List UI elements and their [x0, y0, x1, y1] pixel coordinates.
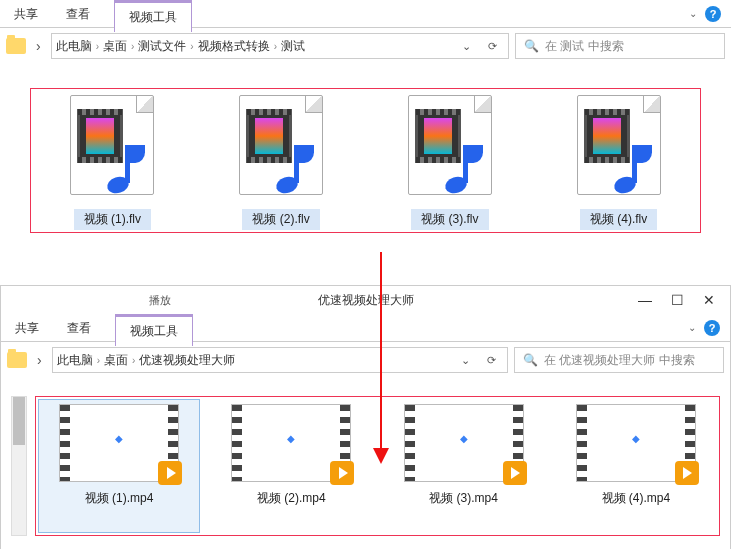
- chevron-right-icon: ›: [130, 355, 137, 366]
- search-placeholder: 在 优速视频处理大师 中搜索: [544, 352, 695, 369]
- tab-video-tools[interactable]: 视频工具: [114, 2, 192, 32]
- help-icon[interactable]: ?: [704, 320, 720, 336]
- folder-icon[interactable]: [7, 352, 27, 368]
- mp4-file-icon: ◆: [59, 404, 179, 482]
- window-title: 优速视频处理大师: [318, 292, 414, 309]
- file-panel: ◆ 视频 (1).mp4 ◆ 视频 (2).mp4 ◆ 视频 (3).mp4: [1, 378, 730, 549]
- crumb[interactable]: 视频格式转换: [198, 38, 270, 55]
- crumb[interactable]: 桌面: [104, 352, 128, 369]
- file-label: 视频 (2).flv: [242, 209, 319, 230]
- file-selection: ◆ 视频 (1).mp4 ◆ 视频 (2).mp4 ◆ 视频 (3).mp4: [35, 396, 720, 536]
- breadcrumb: 此电脑› 桌面› 优速视频处理大师: [57, 352, 453, 369]
- tab-view[interactable]: 查看: [53, 314, 105, 341]
- window-controls: — ☐ ✕: [638, 293, 730, 307]
- contextual-tab-label: 播放: [141, 291, 179, 310]
- file-item[interactable]: ◆ 视频 (1).mp4: [38, 399, 200, 533]
- close-button[interactable]: ✕: [702, 293, 716, 307]
- file-item[interactable]: 视频 (2).flv: [202, 95, 361, 230]
- file-label: 视频 (3).mp4: [429, 490, 498, 507]
- scrollbar[interactable]: [11, 396, 27, 536]
- crumb[interactable]: 此电脑: [56, 38, 92, 55]
- refresh-icon[interactable]: ⟳: [480, 35, 504, 57]
- search-placeholder: 在 测试 中搜索: [545, 38, 624, 55]
- file-item[interactable]: ◆ 视频 (4).mp4: [555, 399, 717, 533]
- tab-video-tools[interactable]: 视频工具: [115, 316, 193, 346]
- flv-file-icon: [67, 95, 157, 201]
- navigation-bar: › 此电脑› 桌面› 测试文件› 视频格式转换› 测试 ⌄ ⟳ 🔍 在 测试 中…: [0, 28, 731, 64]
- file-item[interactable]: ◆ 视频 (2).mp4: [210, 399, 372, 533]
- play-icon: [330, 461, 354, 485]
- address-bar[interactable]: 此电脑› 桌面› 优速视频处理大师 ⌄ ⟳: [52, 347, 508, 373]
- chevron-right-icon: ›: [95, 355, 102, 366]
- ribbon-tabs: 共享 查看 视频工具 ⌄ ?: [0, 0, 731, 28]
- address-buttons: ⌄ ⟳: [453, 349, 503, 371]
- minimize-button[interactable]: —: [638, 293, 652, 307]
- flv-file-icon: [405, 95, 495, 201]
- chevron-right-icon: ›: [188, 41, 195, 52]
- file-item[interactable]: 视频 (4).flv: [539, 95, 698, 230]
- scrollbar-thumb[interactable]: [13, 397, 25, 445]
- file-label: 视频 (4).flv: [580, 209, 657, 230]
- file-label: 视频 (3).flv: [411, 209, 488, 230]
- expand-ribbon-chevron-icon[interactable]: ⌄: [688, 322, 696, 333]
- contextual-tab-group: 视频工具: [114, 0, 192, 27]
- address-buttons: ⌄ ⟳: [454, 35, 504, 57]
- contextual-tab-group: 视频工具: [115, 314, 193, 341]
- ribbon-controls: ⌄ ?: [689, 0, 731, 27]
- file-item[interactable]: 视频 (1).flv: [33, 95, 192, 230]
- play-icon: [675, 461, 699, 485]
- up-icon[interactable]: ›: [32, 38, 45, 54]
- search-input[interactable]: 🔍 在 测试 中搜索: [515, 33, 725, 59]
- crumb[interactable]: 此电脑: [57, 352, 93, 369]
- tab-share[interactable]: 共享: [0, 0, 52, 27]
- folder-icon[interactable]: [6, 38, 26, 54]
- file-item[interactable]: 视频 (3).flv: [371, 95, 530, 230]
- file-label: 视频 (4).mp4: [602, 490, 671, 507]
- mp4-file-icon: ◆: [576, 404, 696, 482]
- chevron-right-icon: ›: [129, 41, 136, 52]
- breadcrumb: 此电脑› 桌面› 测试文件› 视频格式转换› 测试: [56, 38, 454, 55]
- search-icon: 🔍: [523, 353, 538, 367]
- dropdown-history-icon[interactable]: ⌄: [453, 349, 477, 371]
- file-label: 视频 (2).mp4: [257, 490, 326, 507]
- play-icon: [158, 461, 182, 485]
- explorer-window-bottom: 播放 优速视频处理大师 — ☐ ✕ 共享 查看 视频工具 ⌄ ? › 此电脑› …: [0, 285, 731, 549]
- ribbon-tabs: 共享 查看 视频工具 ⌄ ?: [1, 314, 730, 342]
- file-label: 视频 (1).flv: [74, 209, 151, 230]
- conversion-arrow-icon: [380, 252, 382, 462]
- flv-file-icon: [574, 95, 664, 201]
- chevron-right-icon: ›: [94, 41, 101, 52]
- play-icon: [503, 461, 527, 485]
- titlebar: 播放 优速视频处理大师 — ☐ ✕: [1, 286, 730, 314]
- mp4-file-icon: ◆: [404, 404, 524, 482]
- address-bar[interactable]: 此电脑› 桌面› 测试文件› 视频格式转换› 测试 ⌄ ⟳: [51, 33, 509, 59]
- mp4-file-icon: ◆: [231, 404, 351, 482]
- crumb[interactable]: 测试文件: [138, 38, 186, 55]
- file-item[interactable]: ◆ 视频 (3).mp4: [383, 399, 545, 533]
- play-label: 播放: [141, 291, 179, 310]
- crumb[interactable]: 桌面: [103, 38, 127, 55]
- chevron-right-icon: ›: [272, 41, 279, 52]
- up-icon[interactable]: ›: [33, 352, 46, 368]
- maximize-button[interactable]: ☐: [670, 293, 684, 307]
- refresh-icon[interactable]: ⟳: [479, 349, 503, 371]
- ribbon-controls: ⌄ ?: [688, 314, 730, 341]
- explorer-window-top: 共享 查看 视频工具 ⌄ ? › 此电脑› 桌面› 测试文件› 视频格式转换› …: [0, 0, 731, 247]
- file-label: 视频 (1).mp4: [85, 490, 154, 507]
- crumb[interactable]: 测试: [281, 38, 305, 55]
- expand-ribbon-chevron-icon[interactable]: ⌄: [689, 8, 697, 19]
- navigation-bar: › 此电脑› 桌面› 优速视频处理大师 ⌄ ⟳ 🔍 在 优速视频处理大师 中搜索: [1, 342, 730, 378]
- tab-view[interactable]: 查看: [52, 0, 104, 27]
- tab-share[interactable]: 共享: [1, 314, 53, 341]
- flv-file-icon: [236, 95, 326, 201]
- search-input[interactable]: 🔍 在 优速视频处理大师 中搜索: [514, 347, 724, 373]
- crumb[interactable]: 优速视频处理大师: [139, 352, 235, 369]
- help-icon[interactable]: ?: [705, 6, 721, 22]
- file-panel: 视频 (1).flv 视频 (2).flv 视频 (3).flv: [0, 64, 731, 247]
- search-icon: 🔍: [524, 39, 539, 53]
- file-selection: 视频 (1).flv 视频 (2).flv 视频 (3).flv: [30, 88, 701, 233]
- dropdown-history-icon[interactable]: ⌄: [454, 35, 478, 57]
